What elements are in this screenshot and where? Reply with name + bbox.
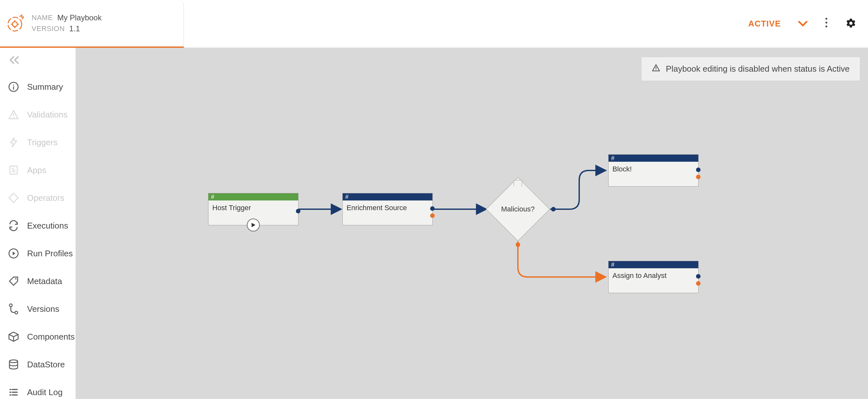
output-port-false[interactable] [516,242,520,247]
editing-disabled-banner: Playbook editing is disabled when status… [641,57,860,81]
chevron-down-icon[interactable] [798,19,807,29]
sidebar-item-label: Triggers [27,137,57,148]
kebab-menu-icon[interactable] [825,18,828,30]
tag-icon [7,275,20,288]
status-badge: ACTIVE [748,19,781,29]
sidebar-item-label: Versions [27,304,59,314]
node-enrichment-source[interactable]: # Enrichment Source [342,193,433,225]
sidebar-item-executions[interactable]: Executions [0,215,75,237]
svg-point-2 [826,18,827,20]
node-header: # [609,155,698,162]
list-icon [7,386,20,399]
sidebar-item-label: Metadata [27,276,62,286]
playbook-title-tab: NAME My Playbook VERSION 1.1 [0,0,184,48]
header-actions: ACTIVE [748,0,857,48]
version-label: VERSION [32,25,65,33]
diamond-icon [7,191,20,204]
svg-point-3 [826,22,827,24]
sidebar-item-components[interactable]: Components [0,326,75,348]
sidebar-item-datastore[interactable]: DataStore [0,354,75,375]
node-header: # [209,193,298,201]
output-port-true[interactable] [551,207,556,211]
output-port-fail[interactable] [430,213,435,218]
version-value: 1.1 [69,24,80,33]
playbook-icon [6,14,24,32]
doc-tab-icon [514,180,522,187]
svg-rect-16 [655,67,656,69]
sidebar-item-auditlog[interactable]: Audit Log [0,381,75,399]
info-icon [7,81,20,93]
svg-point-0 [8,18,22,31]
lightning-icon [7,136,20,149]
svg-point-15 [9,360,18,363]
sidebar-item-label: Summary [27,82,63,92]
sidebar-item-label: Audit Log [27,388,63,397]
svg-point-14 [15,311,18,314]
sidebar-item-runprofiles[interactable]: Run Profiles [0,242,75,265]
output-port-fail[interactable] [696,175,701,179]
sidebar-item-versions[interactable]: Versions [0,298,75,320]
name-label: NAME [32,13,53,22]
cube-icon [7,330,20,343]
sidebar-item-label: Run Profiles [27,249,73,258]
database-icon [7,358,20,371]
svg-point-12 [15,278,17,280]
svg-rect-7 [13,87,14,90]
svg-point-6 [13,85,14,86]
svg-point-17 [655,69,656,70]
sidebar-item-label: Operators [27,193,65,203]
workflow-canvas[interactable]: Playbook editing is disabled when status… [76,48,868,399]
sidebar-item-label: Validations [27,110,67,120]
gear-icon[interactable] [845,18,857,30]
svg-rect-8 [13,113,14,116]
sidebar-item-operators[interactable]: Operators [0,187,75,209]
collapse-sidebar-icon[interactable] [0,56,75,67]
play-circle-icon [7,247,20,260]
node-assign-analyst[interactable]: # Assign to Analyst [608,261,699,293]
sidebar-item-metadata[interactable]: Metadata [0,270,75,292]
document-icon [7,164,20,177]
svg-point-13 [9,304,12,307]
sidebar-item-label: Components [27,332,74,342]
node-decision-malicious[interactable]: Malicious? [495,187,540,232]
sidebar-item-label: DataStore [27,360,65,370]
output-port-success[interactable] [696,274,701,279]
node-host-trigger[interactable]: # Host Trigger [208,193,299,225]
output-port-fail[interactable] [696,281,701,286]
name-value: My Playbook [57,13,102,22]
header: NAME My Playbook VERSION 1.1 ACTIVE [0,0,868,48]
node-title: Assign to Analyst [609,268,698,293]
node-header: # [343,193,432,201]
sidebar: Summary Validations Triggers Apps Operat [0,48,76,399]
sidebar-item-apps[interactable]: Apps [0,159,75,181]
banner-text: Playbook editing is disabled when status… [666,64,849,74]
node-title: Enrichment Source [343,201,432,225]
run-button[interactable] [247,219,260,232]
sidebar-item-label: Apps [27,165,46,175]
node-block[interactable]: # Block! [608,154,699,187]
node-header: # [609,261,698,268]
output-port[interactable] [296,209,301,213]
playbook-meta: NAME My Playbook VERSION 1.1 [32,13,102,33]
svg-point-4 [826,26,827,27]
cycle-arrows-icon [7,219,20,232]
warning-icon [652,64,660,74]
output-port-success[interactable] [696,167,701,172]
svg-point-1 [12,22,17,27]
sidebar-item-label: Executions [27,221,68,231]
branch-icon [7,303,20,315]
decision-label: Malicious? [501,205,535,213]
output-port-success[interactable] [430,206,435,211]
warning-triangle-icon [7,108,20,121]
sidebar-item-summary[interactable]: Summary [0,76,75,98]
svg-point-9 [13,117,14,118]
sidebar-item-triggers[interactable]: Triggers [0,131,75,153]
node-title: Block! [609,162,698,186]
sidebar-item-validations[interactable]: Validations [0,103,75,126]
